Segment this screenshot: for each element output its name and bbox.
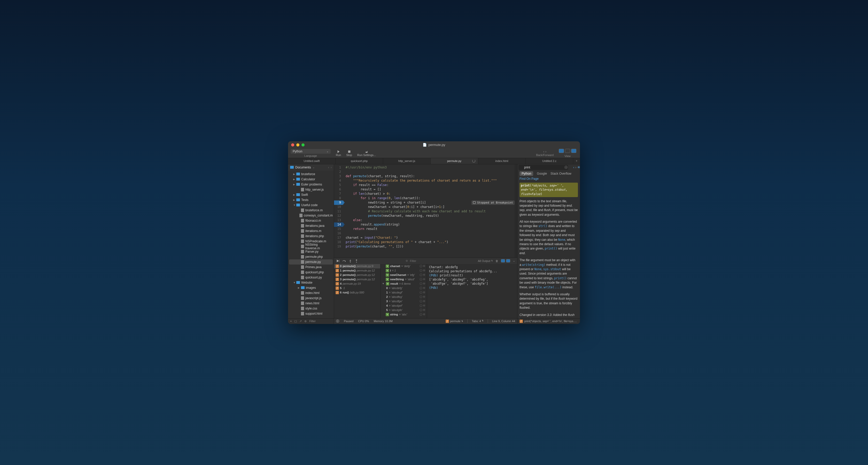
new-tab-button[interactable]: + (573, 158, 580, 164)
step-out-icon[interactable] (355, 259, 358, 263)
clear-icon[interactable]: ⓧ (564, 165, 567, 170)
file-quicksort-py[interactable]: quicksort.py (289, 275, 333, 280)
nav-back-icon[interactable]: ‹ (328, 165, 329, 169)
chevron-down-icon[interactable]: ⌄ (313, 166, 315, 169)
variable-row[interactable]: Vi = 1ⓘ⊖ (380, 269, 427, 273)
doc-search-input[interactable] (519, 165, 568, 170)
doc-body[interactable]: print(*objects, sep=' ', end='\n', file=… (518, 183, 580, 318)
file-iterations-m[interactable]: iterations.m (289, 228, 333, 234)
reveal-icon[interactable]: ↗ (300, 319, 302, 323)
pause-icon[interactable] (336, 319, 339, 323)
bottom-panel-toggle[interactable] (565, 149, 570, 153)
variable-row[interactable]: 3 = 'abcdfge'ⓘ⊖ (380, 299, 427, 304)
stack-frame[interactable]: ƒ0 permute() permute.py:9 (334, 264, 380, 269)
folder-Calculator[interactable]: ▶Calculator (289, 177, 333, 182)
file-tree[interactable]: ▶bruteforce▶Calculator▶Euler problemshtt… (288, 170, 334, 318)
file-javascript-js[interactable]: javascript.js (289, 296, 333, 301)
stack-frame[interactable]: ƒ4 permute.py:19 (334, 282, 380, 286)
variable-row[interactable]: VnewCharset = 'efg'ⓘ⊖ (380, 273, 427, 277)
step-over-icon[interactable] (342, 259, 346, 263)
debug-console[interactable]: Charset: abcdefg Calculating permutation… (427, 264, 517, 318)
find-on-page-link[interactable]: Find On Page (520, 177, 538, 181)
stack-frame[interactable]: ƒ6 run() bdb.py:580 (334, 290, 380, 295)
nav-back-icon[interactable]: ‹ (573, 165, 574, 169)
variable-row[interactable]: ▼Vresult = 6 itemsⓘ⊖ (380, 282, 427, 286)
cursor-position[interactable]: Line 9, Column 44 (492, 319, 515, 323)
code-content[interactable]: #!/usr/bin/env python3def permute(charse… (343, 164, 515, 257)
folder-Useful-code[interactable]: ▼Useful code (289, 203, 333, 208)
file-permute-php[interactable]: permute.php (289, 254, 333, 259)
tabs-setting[interactable]: Tabs: 4⇅ (472, 319, 483, 323)
variable-row[interactable]: 1 = 'abcdegf'ⓘ⊖ (380, 290, 427, 295)
function-selector[interactable]: ƒpermute⇅ (445, 319, 463, 323)
tab-index-html[interactable]: index.html (478, 158, 526, 164)
add-icon[interactable]: + (290, 319, 292, 323)
file-fibonacci-m[interactable]: fibonacci.m (289, 218, 333, 223)
nav-forward-icon[interactable]: › (575, 165, 576, 169)
forward-button[interactable]: › (545, 150, 547, 153)
step-into-icon[interactable] (348, 259, 352, 263)
back-button[interactable]: ‹ (543, 150, 544, 153)
provider-tab-python[interactable]: Python (520, 171, 533, 176)
file-index-html[interactable]: index.html (289, 290, 333, 296)
language-selector[interactable]: Python⌄ Language (288, 149, 333, 158)
nav-forward-icon[interactable]: › (331, 165, 332, 169)
continue-icon[interactable] (336, 259, 340, 263)
variable-row[interactable]: VnewString = 'abcd'ⓘ⊖ (380, 277, 427, 282)
root-folder-name[interactable]: Documents (295, 165, 311, 169)
file-news-html[interactable]: news.html (289, 301, 333, 306)
minimize-button[interactable] (296, 144, 300, 147)
variable-row[interactable]: Vstring = 'abc'ⓘ⊖ (380, 312, 427, 317)
minimap[interactable] (515, 164, 517, 257)
folder-Tests[interactable]: ▶Tests (289, 197, 333, 203)
folder-Euler-problems[interactable]: ▶Euler problems (289, 182, 333, 187)
variable-row[interactable]: 5 = 'abcdgfe'ⓘ⊖ (380, 308, 427, 312)
clear-output-icon[interactable]: 🗑 (495, 259, 498, 262)
stack-frame[interactable]: ƒ2 permute() permute.py:12 (334, 273, 380, 277)
call-stack[interactable]: ƒ0 permute() permute.py:9ƒ1 permute() pe… (334, 264, 380, 318)
file-conways_constant-m[interactable]: conways_constant.m (289, 213, 333, 218)
stack-frame[interactable]: ƒ3 permute() permute.py:12 (334, 277, 380, 282)
zoom-button[interactable] (302, 144, 305, 147)
stop-button[interactable]: Stop (344, 150, 355, 157)
run-settings-button[interactable]: Run Settings... (355, 150, 378, 157)
folder-images[interactable]: ▶images (289, 285, 333, 290)
file-NSString-traverse-m[interactable]: NSString traverse.m (289, 244, 333, 249)
left-panel-toggle[interactable] (559, 149, 564, 153)
folder-Website[interactable]: ▼Website (289, 280, 333, 285)
debug-right-toggle[interactable] (506, 259, 510, 262)
file-Primes-java[interactable]: Primes.java (289, 265, 333, 270)
tab-quicksort-php[interactable]: quicksort.php (336, 158, 383, 164)
debug-left-toggle[interactable] (501, 259, 505, 262)
tab-Untitled-2-c[interactable]: Untitled 2.c (526, 158, 573, 164)
variable-row[interactable]: 0 = 'abcdefg'ⓘ⊖ (380, 286, 427, 290)
provider-tab-stack-overflow[interactable]: Stack Overflow (551, 172, 571, 176)
run-button[interactable]: Run (333, 150, 344, 157)
chevron-down-icon[interactable]: ⌄ (513, 259, 515, 262)
file-iterations-java[interactable]: iterations.java (289, 223, 333, 228)
tab-permute-py[interactable]: permute.py (431, 158, 478, 164)
file-support-html[interactable]: support.html (289, 311, 333, 316)
file-iterations-php[interactable]: iterations.php (289, 234, 333, 239)
tab-http_server-js[interactable]: http_server.js (383, 158, 431, 164)
debug-filter-input[interactable] (410, 259, 431, 262)
variable-row[interactable]: 2 = 'abcdfeg'ⓘ⊖ (380, 295, 427, 299)
line-gutter[interactable]: 12345678910111213141516171819 (334, 164, 343, 257)
file-http_server-js[interactable]: http_server.js (289, 187, 333, 192)
close-button[interactable] (291, 144, 294, 147)
new-folder-icon[interactable]: ▢ (294, 319, 297, 323)
tab-Untitled-swift[interactable]: Untitled.swift (288, 158, 336, 164)
eye-icon[interactable]: 👁 (578, 165, 580, 169)
folder-bruteforce[interactable]: ▶bruteforce (289, 172, 333, 177)
file-bruteforce-m[interactable]: bruteforce.m (289, 208, 333, 213)
stack-frame[interactable]: ƒ1 permute() permute.py:12 (334, 269, 380, 273)
file-quicksort-php[interactable]: quicksort.php (289, 270, 333, 275)
variables-view[interactable]: Vcharset = 'defg'ⓘ⊖Vi = 1ⓘ⊖VnewCharset =… (380, 264, 427, 318)
code-editor[interactable]: 12345678910111213141516171819 #!/usr/bin… (334, 164, 517, 257)
sidebar-filter-label[interactable]: Filter (309, 319, 315, 323)
status-signature[interactable]: print(*objects, sep=' ', end='\n', file=… (524, 319, 578, 323)
variable-row[interactable]: Vcharset = 'defg'ⓘ⊖ (380, 264, 427, 269)
file-style-css[interactable]: style.css (289, 306, 333, 311)
right-panel-toggle[interactable] (571, 149, 576, 153)
file-permute-py[interactable]: permute.py (289, 259, 333, 265)
